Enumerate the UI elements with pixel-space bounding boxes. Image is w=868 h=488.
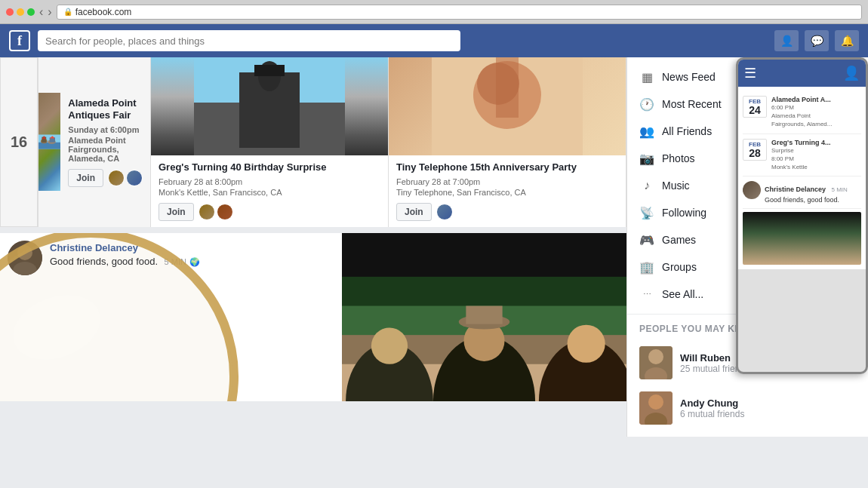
search-input[interactable] bbox=[38, 30, 460, 51]
mobile-menu-icon[interactable]: ☰ bbox=[744, 65, 756, 81]
mobile-mockup: ☰ 👤 FEB 24 Alameda Point A... 6:00 PM Al… bbox=[736, 57, 868, 374]
mobile-event-sub-1: 6:00 PM Alameda Point Fairgrounds, Alame… bbox=[771, 103, 832, 129]
event-body-antiques: Alameda Point Antiques Fair Sunday at 6:… bbox=[60, 91, 150, 194]
browser-chrome: ‹ › 🔒 facebook.com bbox=[0, 0, 868, 24]
notifications-icon[interactable]: 🔔 bbox=[835, 30, 859, 51]
join-button-telephone[interactable]: Join bbox=[396, 203, 432, 221]
post-area: Christine Delancey Good friends, good fo… bbox=[0, 227, 626, 401]
messages-icon[interactable]: 💬 bbox=[805, 30, 829, 51]
friend-avatar-b1 bbox=[199, 204, 215, 220]
mobile-post-author: Christine Delancey bbox=[765, 186, 826, 193]
author-link[interactable]: Christine Delancey bbox=[50, 242, 138, 253]
post-info: Christine Delancey Good friends, good fo… bbox=[50, 233, 342, 401]
event-card-telephone: Tiny Telephone 15th Anniversary Party Fe… bbox=[389, 57, 626, 227]
post-author-avatar bbox=[8, 241, 42, 275]
post-body: Good friends, good food. 5 MIN 🌍 bbox=[50, 254, 334, 268]
event-img-telephone bbox=[389, 57, 626, 155]
join-button-antiques[interactable]: Join bbox=[68, 169, 103, 187]
join-button-birthday[interactable]: Join bbox=[159, 203, 194, 221]
url-text: facebook.com bbox=[75, 7, 132, 17]
left-panel: 16 bbox=[0, 57, 626, 488]
lock-icon: 🔒 bbox=[63, 8, 72, 16]
pymk-name-andychung[interactable]: Andy Chung bbox=[680, 397, 856, 409]
sidebar-label-following: Following bbox=[662, 207, 706, 219]
sidebar-label-games: Games bbox=[662, 234, 696, 246]
friend-avatar-1 bbox=[108, 170, 125, 186]
mobile-event-2: FEB 28 Greg's Turning 4... Surprise 8:00… bbox=[743, 134, 861, 177]
maximize-dot[interactable] bbox=[27, 8, 35, 16]
forward-button[interactable]: › bbox=[48, 5, 51, 19]
friend-avatars-telephone bbox=[436, 204, 453, 220]
pymk-mutual-andychung: 6 mutual friends bbox=[680, 409, 856, 419]
event-body-birthday: Greg's Turning 40 Birthday Surprise Febr… bbox=[151, 155, 388, 227]
svg-point-30 bbox=[568, 325, 605, 363]
event-date-birthday: February 28 at 8:00pm bbox=[159, 177, 380, 186]
event-number: 16 bbox=[11, 134, 27, 151]
nav-icons: 👤 💬 🔔 bbox=[774, 30, 859, 51]
event-img-antiques bbox=[38, 93, 60, 191]
mobile-event-1: FEB 24 Alameda Point A... 6:00 PM Alamed… bbox=[743, 91, 861, 134]
mobile-content: FEB 24 Alameda Point A... 6:00 PM Alamed… bbox=[738, 87, 866, 269]
close-dot[interactable] bbox=[6, 8, 14, 16]
seeall-icon: ⋯ bbox=[639, 287, 654, 302]
mobile-post-content: Christine Delancey 5 MIN Good friends, g… bbox=[765, 181, 848, 204]
mostrecent-icon: 🕐 bbox=[639, 97, 654, 112]
pymk-avatar-andychung bbox=[639, 391, 673, 425]
events-container: 16 bbox=[0, 57, 626, 227]
post-author-name: Christine Delancey bbox=[50, 241, 334, 254]
event-location-birthday: Monk's Kettle, San Francisco, CA bbox=[159, 188, 380, 197]
minimize-dot[interactable] bbox=[17, 8, 24, 16]
pymk-avatar-willruben bbox=[639, 346, 673, 379]
mobile-event-info-1: Alameda Point A... 6:00 PM Alameda Point… bbox=[771, 96, 832, 129]
event-card-antiques: Alameda Point Antiques Fair Sunday at 6:… bbox=[38, 57, 151, 227]
mobile-post-text: Good friends, good food. bbox=[765, 196, 848, 204]
mobile-event-sub-2: Surprise 8:00 PM Monk's Kettle bbox=[771, 146, 830, 172]
mobile-post-avatar bbox=[743, 181, 761, 199]
svg-point-18 bbox=[17, 245, 32, 260]
sidebar-label-music: Music bbox=[662, 180, 690, 192]
event-img-birthday bbox=[151, 57, 388, 155]
svg-rect-12 bbox=[254, 65, 285, 76]
newsfeed-icon: ▦ bbox=[639, 69, 654, 84]
post-photo-bg bbox=[342, 233, 626, 401]
friend-avatar-b2 bbox=[217, 204, 233, 220]
mobile-day-2: 28 bbox=[747, 148, 762, 158]
main-layout: 16 bbox=[0, 57, 868, 488]
facebook-logo[interactable]: f bbox=[9, 30, 30, 51]
back-button[interactable]: ‹ bbox=[39, 5, 43, 19]
event-actions-antiques: Join bbox=[68, 169, 143, 187]
post-avatar-container bbox=[0, 233, 50, 401]
sidebar-label-newsfeed: News Feed bbox=[662, 71, 716, 83]
friend-avatar-t1 bbox=[436, 204, 453, 220]
mobile-event-title-2: Greg's Turning 4... bbox=[771, 139, 830, 146]
friend-avatars-antiques bbox=[108, 170, 143, 186]
mobile-header: ☰ 👤 bbox=[738, 60, 866, 87]
mobile-post-time: 5 MIN bbox=[831, 186, 847, 193]
window-controls bbox=[6, 8, 35, 16]
address-bar[interactable]: 🔒 facebook.com bbox=[57, 5, 862, 20]
allfriends-icon: 👥 bbox=[639, 124, 654, 139]
sidebar-label-photos: Photos bbox=[662, 152, 695, 164]
friends-icon[interactable]: 👤 bbox=[774, 30, 799, 51]
event-date-antiques: Sunday at 6:00pm bbox=[68, 125, 143, 134]
event-body-telephone: Tiny Telephone 15th Anniversary Party Fe… bbox=[389, 155, 626, 227]
right-sidebar-area: ☰ 👤 FEB 24 Alameda Point A... 6:00 PM Al… bbox=[626, 57, 868, 488]
music-icon: ♪ bbox=[639, 178, 654, 193]
pymk-info-andychung: Andy Chung 6 mutual friends bbox=[680, 397, 856, 419]
pymk-person-2: Andy Chung 6 mutual friends bbox=[627, 385, 868, 431]
event-date-telephone: February 28 at 7:00pm bbox=[396, 177, 618, 186]
photos-icon: 📷 bbox=[639, 151, 654, 166]
mobile-friends-icon[interactable]: 👤 bbox=[843, 65, 860, 81]
event-actions-birthday: Join bbox=[159, 203, 380, 221]
games-icon: 🎮 bbox=[639, 232, 654, 247]
svg-point-39 bbox=[648, 349, 663, 364]
sidebar-label-seeall: See All... bbox=[662, 288, 703, 300]
friend-avatar-2 bbox=[126, 170, 143, 186]
svg-point-42 bbox=[648, 394, 663, 410]
mobile-date-1: FEB 24 bbox=[743, 96, 767, 118]
events-list: Alameda Point Antiques Fair Sunday at 6:… bbox=[38, 57, 626, 227]
svg-point-26 bbox=[371, 327, 408, 364]
sidebar-label-mostrecent: Most Recent bbox=[662, 98, 722, 110]
facebook-navbar: f 👤 💬 🔔 bbox=[0, 24, 868, 57]
mobile-day-1: 24 bbox=[747, 105, 762, 115]
